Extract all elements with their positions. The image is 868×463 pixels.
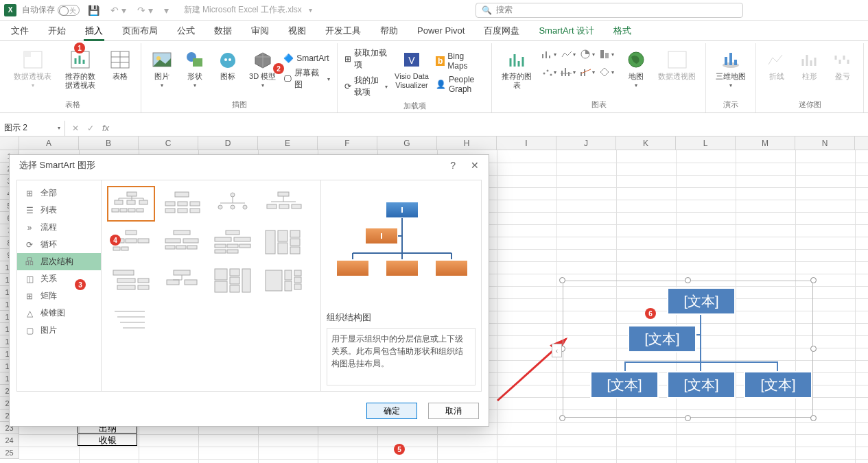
tab-help[interactable]: 帮助: [372, 21, 406, 41]
layout-item[interactable]: [209, 186, 257, 222]
shapes-button[interactable]: 形状▾: [181, 46, 209, 91]
layout-item[interactable]: [209, 263, 257, 298]
tab-review[interactable]: 审阅: [243, 21, 277, 41]
tab-file[interactable]: 文件: [3, 21, 37, 41]
smartart-node[interactable]: [文本]: [744, 371, 812, 399]
col-header[interactable]: H: [437, 136, 497, 150]
fx-icon[interactable]: fx: [102, 123, 109, 133]
cell-b20[interactable]: 收银: [78, 434, 137, 446]
cat-cycle[interactable]: ⟳循环: [17, 236, 101, 253]
tab-insert[interactable]: 插入: [77, 21, 111, 41]
visio-button[interactable]: V Visio Data Visualizer: [393, 46, 430, 93]
chart-combo-icon[interactable]: ▾: [580, 65, 595, 79]
cat-relationship[interactable]: ◫关系: [17, 270, 101, 287]
autosave[interactable]: 自动保存 关: [22, 4, 80, 16]
chevron-down-icon[interactable]: ▾: [58, 125, 60, 131]
tab-baidu[interactable]: 百度网盘: [476, 21, 528, 41]
search-box[interactable]: 🔍 搜索: [476, 3, 743, 18]
cat-list[interactable]: ☰列表: [17, 202, 101, 219]
cat-pyramid[interactable]: △棱锥图: [17, 305, 101, 322]
rec-charts-button[interactable]: 推荐的图表: [499, 46, 535, 93]
col-header[interactable]: N: [795, 136, 855, 150]
map3d-button[interactable]: 三维地图▾: [713, 46, 749, 91]
chart-col-icon[interactable]: ▾: [541, 47, 556, 61]
col-header[interactable]: I: [497, 136, 556, 150]
resize-handle[interactable]: [685, 277, 691, 283]
text-pane-toggle[interactable]: ‹: [552, 344, 562, 357]
col-header[interactable]: G: [377, 136, 437, 150]
resize-handle[interactable]: [559, 415, 565, 421]
smartart-button[interactable]: 🔷SmartArt: [283, 52, 330, 64]
tab-formulas[interactable]: 公式: [169, 21, 203, 41]
resize-handle[interactable]: [810, 346, 817, 352]
filename-drop-icon[interactable]: ▾: [309, 6, 312, 14]
layout-item[interactable]: [259, 186, 307, 222]
undo-icon[interactable]: ↶ ▾: [108, 5, 129, 16]
name-box[interactable]: 图示 2▾: [0, 121, 65, 136]
icons-button[interactable]: 图标: [214, 46, 242, 84]
smartart-shape[interactable]: ‹ [文本] [文本] [文本] [文本] [文本]: [563, 281, 813, 418]
cat-picture[interactable]: ▢图片: [17, 322, 101, 339]
dialog-titlebar[interactable]: 选择 SmartArt 图形 ? ✕: [10, 155, 489, 176]
smartart-node[interactable]: [文本]: [667, 287, 736, 315]
resize-handle[interactable]: [685, 415, 691, 421]
worksheet[interactable]: ABCDEFGHIJKLMN 1234567891011121314151617…: [0, 136, 868, 463]
col-header[interactable]: E: [258, 136, 318, 150]
smartart-node[interactable]: [文本]: [628, 325, 696, 353]
col-header[interactable]: L: [676, 136, 736, 150]
tab-home[interactable]: 开始: [40, 21, 74, 41]
maps-button[interactable]: 地图▾: [622, 46, 650, 91]
row-header[interactable]: 25: [0, 447, 19, 459]
col-header[interactable]: J: [556, 136, 616, 150]
save-icon[interactable]: 💾: [85, 5, 102, 16]
tab-pagelayout[interactable]: 页面布局: [114, 21, 166, 41]
layout-item[interactable]: [107, 301, 155, 337]
col-header[interactable]: C: [139, 136, 198, 150]
layout-item[interactable]: [209, 224, 257, 260]
resize-handle[interactable]: [810, 415, 817, 421]
resize-handle[interactable]: [810, 277, 817, 283]
tab-data[interactable]: 数据: [206, 21, 240, 41]
bingmaps-button[interactable]: bBing Maps: [436, 50, 484, 72]
help-icon[interactable]: ?: [450, 160, 456, 171]
redo-icon[interactable]: ↷ ▾: [134, 5, 156, 16]
smartart-node[interactable]: [文本]: [667, 371, 736, 399]
layout-item[interactable]: [158, 224, 206, 260]
col-header[interactable]: M: [736, 136, 795, 150]
chart-radar-icon[interactable]: ▾: [599, 65, 614, 79]
chart-pie-icon[interactable]: ▾: [580, 47, 595, 61]
my-addins-button[interactable]: ⟳我的加载项▾: [344, 73, 388, 99]
layout-item[interactable]: [158, 263, 206, 298]
cancel-button[interactable]: 取消: [428, 403, 479, 419]
cat-process[interactable]: »流程: [17, 219, 101, 236]
get-addins-button[interactable]: ⊞获取加载项: [344, 46, 388, 72]
chart-line-icon[interactable]: ▾: [561, 47, 576, 61]
chart-stat-icon[interactable]: ▾: [561, 65, 576, 79]
pictures-button[interactable]: 图片▾: [148, 46, 176, 91]
resize-handle[interactable]: [559, 277, 565, 283]
screenshot-button[interactable]: 🖵屏幕截图▾: [283, 66, 330, 92]
col-header[interactable]: D: [198, 136, 258, 150]
cat-all[interactable]: ⊞全部: [17, 185, 101, 202]
chart-scatter-icon[interactable]: ▾: [541, 65, 556, 79]
ok-button[interactable]: 确定: [366, 403, 417, 419]
col-header[interactable]: F: [318, 136, 377, 150]
row-header[interactable]: 24: [0, 434, 19, 447]
tab-smartart[interactable]: SmartArt 设计: [530, 21, 602, 41]
tab-view[interactable]: 视图: [280, 21, 314, 41]
tab-powerpivot[interactable]: Power Pivot: [409, 21, 473, 40]
table-button[interactable]: 表格: [106, 46, 134, 84]
layout-item[interactable]: [259, 263, 307, 298]
close-icon[interactable]: ✕: [471, 160, 479, 171]
peoplegraph-button[interactable]: 👤People Graph: [436, 73, 484, 95]
chart-hier-icon[interactable]: ▾: [599, 47, 614, 61]
layout-org-chart[interactable]: [107, 186, 155, 222]
tab-format[interactable]: 格式: [605, 21, 640, 41]
layout-item[interactable]: [259, 224, 307, 260]
col-header[interactable]: B: [79, 136, 139, 150]
smartart-node[interactable]: [文本]: [590, 371, 659, 399]
cat-matrix[interactable]: ⊞矩阵: [17, 287, 101, 305]
tab-developer[interactable]: 开发工具: [317, 21, 369, 41]
qat-more-icon[interactable]: ▾: [161, 5, 172, 16]
autosave-toggle[interactable]: 关: [58, 5, 80, 16]
